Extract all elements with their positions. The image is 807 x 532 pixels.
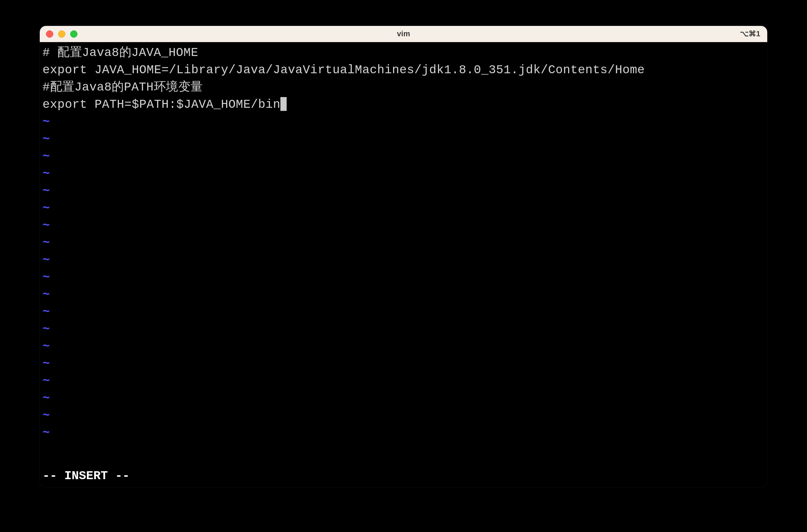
empty-line-marker: ~	[43, 372, 764, 390]
empty-line-marker: ~	[43, 303, 764, 321]
empty-line-marker: ~	[43, 251, 764, 269]
empty-line-marker: ~	[43, 286, 764, 303]
empty-line-marker: ~	[43, 217, 764, 234]
maximize-icon[interactable]	[70, 30, 77, 38]
empty-line-marker: ~	[43, 390, 764, 407]
empty-line-marker: ~	[43, 424, 764, 441]
empty-line-marker: ~	[43, 113, 764, 131]
minimize-icon[interactable]	[58, 30, 65, 38]
traffic-lights	[46, 30, 77, 38]
terminal-window: vim ⌥⌘1 # 配置Java8的JAVA_HOME export JAVA_…	[40, 26, 767, 487]
window-title: vim	[397, 29, 410, 38]
empty-line-marker: ~	[43, 200, 764, 217]
empty-lines-area: ~~~~~~~~~~~~~~~~~~~	[43, 113, 764, 485]
empty-line-marker: ~	[43, 131, 764, 148]
editor-line: export PATH=$PATH:$JAVA_HOME/bin	[43, 96, 764, 113]
editor-line: export JAVA_HOME=/Library/Java/JavaVirtu…	[43, 61, 764, 79]
empty-line-marker: ~	[43, 355, 764, 372]
mode-indicator: -- INSERT --	[43, 467, 130, 485]
editor-line: #配置Java8的PATH环境变量	[43, 79, 764, 96]
empty-line-marker: ~	[43, 148, 764, 165]
cursor-icon	[280, 97, 287, 111]
window-titlebar[interactable]: vim ⌥⌘1	[40, 26, 767, 42]
empty-line-marker: ~	[43, 407, 764, 424]
empty-line-marker: ~	[43, 321, 764, 338]
empty-line-marker: ~	[43, 234, 764, 251]
empty-line-marker: ~	[43, 338, 764, 355]
editor-line-text: export PATH=$PATH:$JAVA_HOME/bin	[43, 98, 280, 112]
empty-line-marker: ~	[43, 182, 764, 200]
window-shortcut-label: ⌥⌘1	[740, 29, 760, 38]
close-icon[interactable]	[46, 30, 53, 38]
editor-area[interactable]: # 配置Java8的JAVA_HOME export JAVA_HOME=/Li…	[40, 42, 767, 487]
empty-line-marker: ~	[43, 165, 764, 182]
editor-line: # 配置Java8的JAVA_HOME	[43, 44, 764, 61]
empty-line-marker: ~	[43, 269, 764, 286]
